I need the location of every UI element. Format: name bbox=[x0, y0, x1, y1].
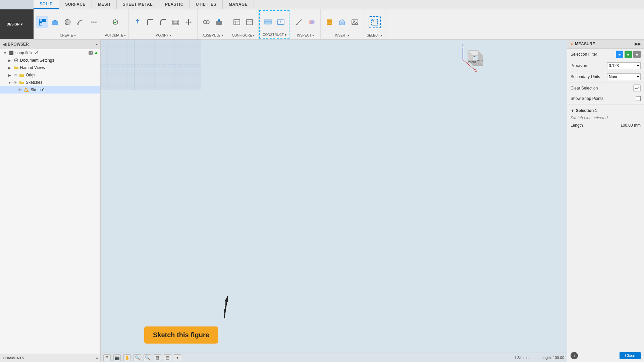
assemble-label[interactable]: ASSEMBLE ▾ bbox=[203, 34, 223, 38]
toolbar-section-automate: AUTOMATE ▾ bbox=[102, 9, 129, 39]
origin-visible-icon[interactable]: 👁 bbox=[13, 73, 17, 77]
tree-item-root[interactable]: ▼ snap fit lid v1 R ● bbox=[0, 49, 100, 57]
origin-expand[interactable]: ▶ bbox=[7, 73, 12, 77]
new-component-icon[interactable] bbox=[36, 16, 48, 28]
modify-label[interactable]: MODIFY ▾ bbox=[155, 34, 171, 38]
design-button[interactable]: DESIGN ▾ bbox=[0, 9, 34, 39]
measure-footer: i Close bbox=[567, 349, 644, 362]
named-views-expand[interactable]: ▶ bbox=[7, 65, 12, 70]
sweep-icon[interactable] bbox=[74, 16, 87, 28]
zoom-out-icon[interactable]: 🔍 bbox=[144, 354, 151, 361]
display-mode-icon[interactable]: ▦ bbox=[154, 354, 161, 361]
camera-icon[interactable]: 📷 bbox=[113, 354, 121, 361]
measure-expand-button[interactable]: ▶▶ bbox=[635, 42, 641, 46]
select-label[interactable]: SELECT ▾ bbox=[367, 34, 382, 38]
shell-icon[interactable] bbox=[170, 16, 182, 28]
automate-icon[interactable] bbox=[109, 16, 121, 28]
ground-icon[interactable] bbox=[213, 16, 225, 28]
precision-dropdown-icon: ▾ bbox=[637, 63, 639, 68]
push-pull-icon[interactable] bbox=[131, 16, 144, 28]
close-button[interactable]: Close bbox=[620, 352, 641, 359]
insert-svg-icon[interactable]: SVG bbox=[336, 16, 348, 28]
configure-icon[interactable] bbox=[231, 16, 243, 28]
tab-sheet-metal[interactable]: SHEET METAL bbox=[117, 0, 159, 9]
toolbar-section-inspect: INSPECT ▾ bbox=[290, 9, 321, 39]
info-button[interactable]: i bbox=[571, 352, 578, 359]
root-label: snap fit lid v1 bbox=[15, 51, 87, 55]
svg-point-9 bbox=[95, 21, 97, 23]
clear-selection-button[interactable]: ↩ bbox=[633, 84, 641, 92]
tab-surface[interactable]: SURFACE bbox=[59, 0, 92, 9]
configure2-icon[interactable] bbox=[244, 16, 256, 28]
interference-icon[interactable] bbox=[306, 16, 318, 28]
doc-settings-expand[interactable]: ▶ bbox=[7, 58, 12, 63]
toolbar-section-create: CREATE ▾ bbox=[34, 9, 102, 39]
midplane-icon[interactable] bbox=[275, 16, 287, 28]
sketch-overlay-label: Sketch this figure bbox=[144, 326, 218, 344]
root-expand-icon[interactable]: ▼ bbox=[3, 51, 7, 55]
configure-label[interactable]: CONFIGURE ▾ bbox=[232, 34, 255, 38]
insert-image-icon[interactable] bbox=[349, 16, 361, 28]
svg-text:SVG: SVG bbox=[341, 22, 345, 24]
svg-rect-17 bbox=[234, 19, 240, 25]
joint-icon[interactable] bbox=[200, 16, 212, 28]
inspect-label[interactable]: INSPECT ▾ bbox=[297, 34, 314, 38]
automate-label[interactable]: AUTOMATE ▾ bbox=[105, 34, 126, 38]
tree-item-named-views[interactable]: ▶ Named Views bbox=[0, 64, 100, 71]
tab-manage[interactable]: MANAGE bbox=[223, 0, 254, 9]
tree-item-origin[interactable]: ▶ 👁 Origin bbox=[0, 71, 100, 79]
svg-text:FRONT: FRONT bbox=[468, 61, 477, 63]
svg-marker-4 bbox=[52, 19, 58, 21]
fillet-icon[interactable] bbox=[144, 16, 156, 28]
revolve-icon[interactable] bbox=[62, 16, 74, 28]
zoom-in-icon[interactable]: 🔍 bbox=[133, 354, 141, 361]
filter-btn-surface[interactable]: ■ bbox=[625, 51, 632, 58]
svg-rect-23 bbox=[265, 19, 271, 21]
chamfer-icon[interactable] bbox=[157, 16, 169, 28]
root-badge-dot: ● bbox=[95, 50, 98, 56]
viewport[interactable]: 1 Z X TOP FRONT bbox=[101, 40, 567, 362]
more-icon[interactable]: ▾ bbox=[174, 354, 181, 361]
secondary-units-row: Secondary Units None ▾ bbox=[567, 71, 644, 82]
design-label: DESIGN bbox=[7, 22, 19, 26]
sidebar-collapse-button[interactable]: ▪ bbox=[96, 42, 98, 47]
offset-plane-icon[interactable] bbox=[262, 16, 274, 28]
move-icon[interactable] bbox=[182, 16, 195, 28]
tree-item-sketch1[interactable]: 👁 Sketch1 bbox=[0, 86, 100, 94]
tab-utilities[interactable]: UTILITIES bbox=[190, 0, 223, 9]
extrude-icon[interactable] bbox=[49, 16, 61, 28]
tab-solid[interactable]: SOLID bbox=[34, 0, 59, 9]
selection1-title: ▼ Selection 1 bbox=[567, 106, 644, 114]
svg-text:TOP: TOP bbox=[470, 55, 476, 58]
sketch1-visible-icon[interactable]: 👁 bbox=[18, 88, 22, 92]
insert-label[interactable]: INSERT ▾ bbox=[335, 34, 350, 38]
construct-label[interactable]: CONSTRUCT ▾ bbox=[263, 33, 286, 37]
grid-icon[interactable]: ▤ bbox=[164, 354, 171, 361]
comments-collapse[interactable]: ▪ bbox=[96, 356, 98, 360]
measure-header: ● MEASURE ▶▶ bbox=[567, 40, 644, 49]
svg-point-41 bbox=[15, 60, 17, 61]
svg-point-7 bbox=[91, 21, 93, 23]
pan-icon[interactable]: ✋ bbox=[123, 354, 131, 361]
create-more-icon[interactable] bbox=[87, 16, 99, 28]
secondary-units-select[interactable]: None ▾ bbox=[607, 73, 641, 80]
tree-item-sketches[interactable]: ▼ 👁 Sketches bbox=[0, 79, 100, 86]
tree-item-doc-settings[interactable]: ▶ Document Settings bbox=[0, 57, 100, 64]
filter-btn-solid[interactable]: ■ bbox=[616, 51, 623, 58]
create-label[interactable]: CREATE ▾ bbox=[60, 34, 76, 38]
sketch-line-selected-label: Sketch Line selected bbox=[567, 114, 644, 122]
filter-btn-sketch[interactable]: ■ bbox=[633, 51, 641, 58]
measure-icon[interactable] bbox=[293, 16, 305, 28]
precision-select[interactable]: 0.123 ▾ bbox=[607, 62, 641, 69]
tab-mesh[interactable]: MESH bbox=[92, 0, 117, 9]
nav-cube[interactable]: Z X TOP FRONT RIGHT bbox=[456, 45, 486, 75]
tab-plastic[interactable]: PLASTIC bbox=[159, 0, 190, 9]
sketch-arrow bbox=[210, 288, 244, 322]
show-snap-checkbox[interactable] bbox=[636, 96, 641, 101]
sketches-label: Sketches bbox=[26, 80, 98, 85]
insert-mcmaster-icon[interactable]: Mc bbox=[323, 16, 335, 28]
sketches-expand[interactable]: ▼ bbox=[7, 80, 12, 85]
snap-icon[interactable]: ⊞ bbox=[103, 354, 111, 361]
select-icon[interactable] bbox=[369, 16, 381, 28]
sketches-visible-icon[interactable]: 👁 bbox=[13, 80, 17, 84]
